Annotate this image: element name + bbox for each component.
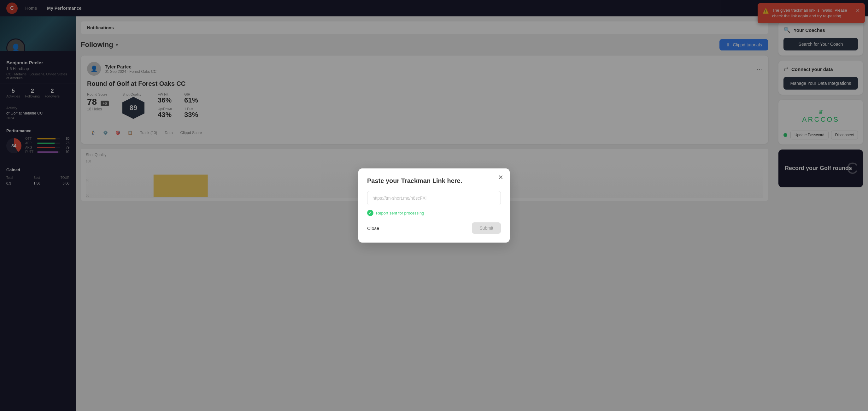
trackman-link-input[interactable]	[367, 191, 501, 205]
modal-submit-button[interactable]: Submit	[472, 222, 501, 234]
success-icon: ✓	[367, 210, 373, 216]
modal-overlay[interactable]: Paste your Trackman Link here. ✕ ✓ Repor…	[0, 0, 868, 411]
modal-title: Paste your Trackman Link here.	[367, 177, 501, 185]
modal-close-button[interactable]: Close	[367, 225, 379, 231]
trackman-modal: Paste your Trackman Link here. ✕ ✓ Repor…	[358, 168, 510, 243]
modal-success-message: ✓ Report sent for processing	[367, 210, 501, 216]
modal-close-x-button[interactable]: ✕	[498, 173, 503, 181]
modal-footer: Close Submit	[367, 222, 501, 234]
